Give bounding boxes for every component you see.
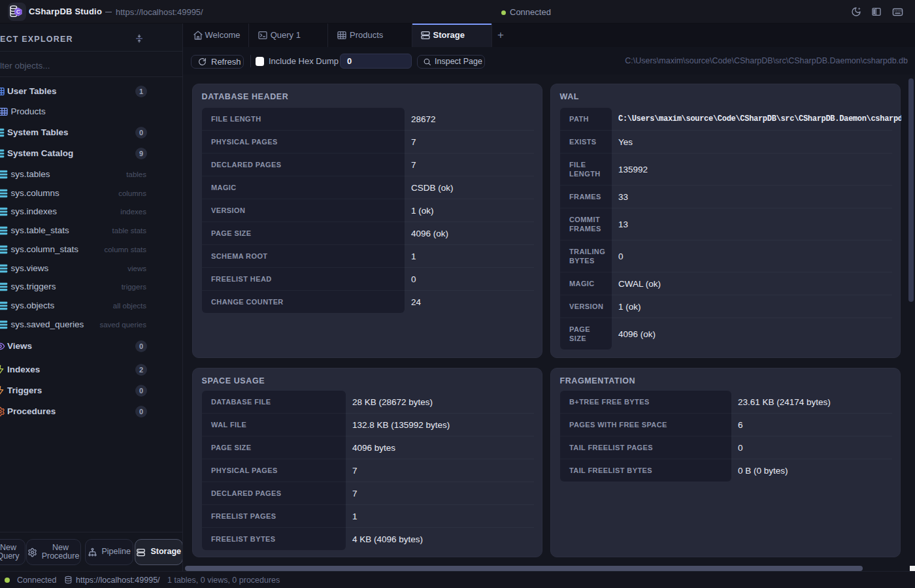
svg-text:C: C [16,8,20,15]
